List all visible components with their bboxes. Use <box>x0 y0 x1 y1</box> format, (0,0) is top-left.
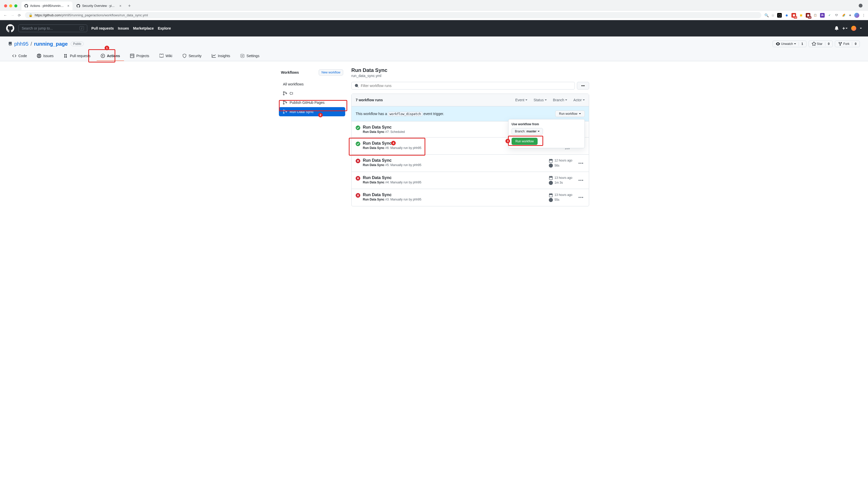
tab-pull-requests[interactable]: Pull requests <box>60 51 95 61</box>
extension-icon[interactable]: IA <box>820 13 825 18</box>
workflow-menu-button[interactable]: ••• <box>577 82 589 90</box>
github-favicon-icon <box>24 4 28 8</box>
extension-icon[interactable]: ▦15 <box>792 13 796 18</box>
back-button[interactable]: ← <box>3 13 7 17</box>
tab-wiki[interactable]: Wiki <box>155 51 176 61</box>
forward-button[interactable]: → <box>11 13 14 17</box>
new-workflow-button[interactable]: New workflow <box>319 70 343 75</box>
tab-code[interactable]: Code <box>8 51 31 61</box>
workflow-list: All workflowsCIPublish GitHub PagesRun D… <box>279 80 345 116</box>
nav-issues[interactable]: Issues <box>118 26 129 30</box>
filter-branch[interactable]: Branch <box>553 98 567 102</box>
user-avatar[interactable] <box>851 26 856 31</box>
tab-bar: Actions · phh95/running_page × Security … <box>0 0 868 10</box>
svg-point-4 <box>286 93 287 94</box>
repo-name-link[interactable]: running_page <box>34 41 68 47</box>
fork-button[interactable]: Fork0 <box>835 41 860 47</box>
zoom-icon[interactable]: 🔍 <box>764 13 769 17</box>
filter-text-field[interactable] <box>361 84 571 88</box>
branch-selector[interactable]: Branch: master <box>512 128 543 135</box>
page-title: Run Data Sync <box>351 67 589 73</box>
tab-insights[interactable]: Insights <box>208 51 234 61</box>
tab-title: Security Overview · yihong061 <box>82 4 116 8</box>
filter-status[interactable]: Status <box>534 98 547 102</box>
extensions-menu-icon[interactable]: ✦ <box>849 13 852 17</box>
svg-point-10 <box>286 111 287 112</box>
sidebar-title: Workflows <box>281 70 299 74</box>
extension-icon[interactable]: ◉ <box>784 13 789 18</box>
svg-point-8 <box>283 110 284 111</box>
filter-event[interactable]: Event <box>515 98 527 102</box>
browser-toolbar-icons: 🔍 ☆ ⬚ ◉ ▦15 ▣ ▦24 📋 IA ✓ 🛡 🌈 ✦ ⋮ <box>764 13 866 18</box>
close-tab-icon[interactable]: × <box>120 4 122 8</box>
workflow-run-row[interactable]: Run Data SyncRun Data Sync #5: Manually … <box>352 155 589 172</box>
tab-actions[interactable]: Actions <box>97 51 124 61</box>
sidebar-item-ci[interactable]: CI <box>279 89 345 98</box>
lock-icon: 🔒 <box>29 13 33 17</box>
sidebar-item-run-data-sync[interactable]: Run Data Sync <box>279 107 345 116</box>
extension-icon[interactable]: 🛡 <box>834 13 839 18</box>
tab-security[interactable]: Security <box>178 51 206 61</box>
user-menu-caret-icon[interactable] <box>860 28 862 29</box>
bookmark-icon[interactable]: ☆ <box>771 13 775 17</box>
run-workflow-dropdown[interactable]: Run workflow <box>555 111 585 117</box>
svg-point-2 <box>283 92 284 93</box>
path-separator: / <box>31 41 32 47</box>
run-menu-button[interactable]: ••• <box>577 195 585 200</box>
tab-settings[interactable]: Settings <box>236 51 264 61</box>
browser-tab-active[interactable]: Actions · phh95/running_page × <box>21 1 72 10</box>
extension-icon[interactable]: ⬚ <box>777 13 782 18</box>
maximize-window-icon[interactable] <box>14 4 17 7</box>
window-controls[interactable] <box>2 4 20 7</box>
new-tab-button[interactable]: + <box>125 3 133 9</box>
workflow-content: Run Data Sync run_data_sync.yml ••• 7 wo… <box>351 67 589 206</box>
popover-heading: Use workflow from <box>512 123 581 126</box>
run-count: 7 workflow runs <box>356 98 383 102</box>
close-tab-icon[interactable]: × <box>68 4 69 8</box>
dispatch-trigger-row: This workflow has a workflow_dispatch ev… <box>352 106 589 122</box>
svg-point-6 <box>283 103 284 104</box>
filter-actor[interactable]: Actor <box>573 98 585 102</box>
workflow-run-row[interactable]: Run Data SyncRun Data Sync #4: Manually … <box>352 172 589 189</box>
search-icon <box>355 84 359 88</box>
search-shortcut-hint: / <box>80 26 84 30</box>
close-window-icon[interactable] <box>4 4 7 7</box>
filter-input[interactable] <box>351 82 575 90</box>
nav-pull-requests[interactable]: Pull requests <box>91 26 114 30</box>
browser-tab-inactive[interactable]: Security Overview · yihong061 × <box>73 1 124 10</box>
search-input[interactable]: Search or jump to... / <box>18 24 87 32</box>
extension-icon[interactable]: ▣ <box>799 13 803 18</box>
reload-button[interactable]: ⟳ <box>18 13 21 17</box>
sidebar-item-publish-github-pages[interactable]: Publish GitHub Pages <box>279 98 345 107</box>
svg-point-5 <box>283 101 284 102</box>
run-workflow-submit-button[interactable]: Run workflow <box>512 138 538 145</box>
tab-projects[interactable]: Projects <box>126 51 153 61</box>
extension-icon[interactable]: ▦24 <box>806 13 810 18</box>
minimize-window-icon[interactable] <box>9 4 12 7</box>
sidebar-item-all-workflows[interactable]: All workflows <box>279 80 345 89</box>
create-new-dropdown[interactable]: + <box>842 26 848 31</box>
extension-icon[interactable]: 📋 <box>813 13 817 18</box>
url-input[interactable]: 🔒 https://github.com/phh95/running_page/… <box>25 12 761 18</box>
workflow-run-row[interactable]: Run Data SyncRun Data Sync #3: Manually … <box>352 189 589 206</box>
run-menu-button[interactable]: ••• <box>577 160 585 166</box>
repo-owner-link[interactable]: phh95 <box>14 41 29 47</box>
extension-icon[interactable]: ✓ <box>827 13 832 18</box>
browser-menu-icon[interactable]: ⋮ <box>862 13 866 17</box>
notifications-icon[interactable] <box>835 26 839 30</box>
header-nav: Pull requests Issues Marketplace Explore <box>91 26 171 30</box>
nav-explore[interactable]: Explore <box>158 26 171 30</box>
github-logo-icon[interactable] <box>6 24 14 32</box>
run-workflow-popover: Use workflow from Branch: master Run wor… <box>508 119 585 148</box>
unwatch-button[interactable]: Unwatch 1 <box>773 41 806 47</box>
page-subtitle: run_data_sync.yml <box>351 74 589 78</box>
star-button[interactable]: Star0 <box>808 41 833 47</box>
run-menu-button[interactable]: ••• <box>577 177 585 183</box>
profile-avatar[interactable] <box>854 13 859 18</box>
browser-account-icon[interactable] <box>858 3 866 9</box>
dispatch-text: This workflow has a workflow_dispatch ev… <box>356 112 444 116</box>
nav-marketplace[interactable]: Marketplace <box>133 26 154 30</box>
extension-icon[interactable]: 🌈 <box>841 13 846 18</box>
repo-icon <box>8 42 12 46</box>
tab-issues[interactable]: Issues <box>33 51 58 61</box>
